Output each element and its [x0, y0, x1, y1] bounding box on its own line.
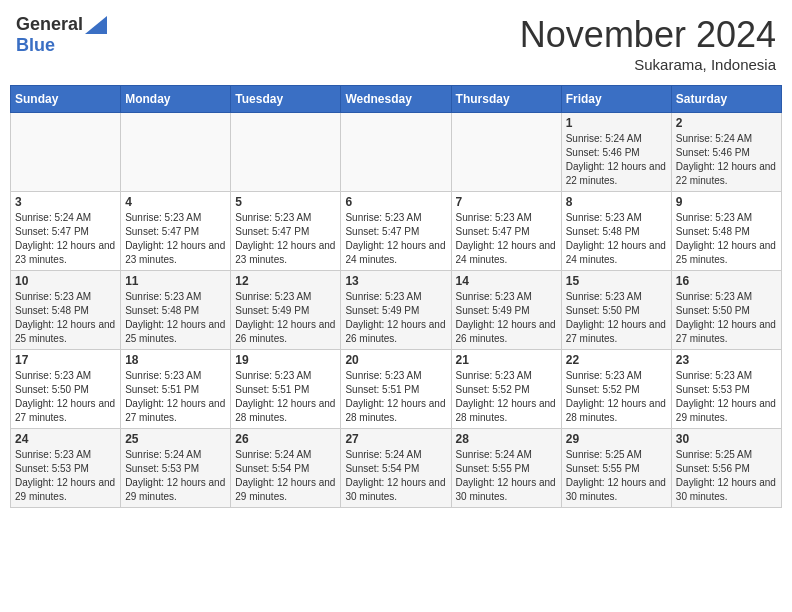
calendar-cell — [11, 113, 121, 192]
day-info: Sunrise: 5:23 AM Sunset: 5:49 PM Dayligh… — [345, 290, 446, 346]
calendar-cell — [341, 113, 451, 192]
calendar-cell: 29Sunrise: 5:25 AM Sunset: 5:55 PM Dayli… — [561, 429, 671, 508]
calendar-cell: 30Sunrise: 5:25 AM Sunset: 5:56 PM Dayli… — [671, 429, 781, 508]
location-subtitle: Sukarama, Indonesia — [520, 56, 776, 73]
day-info: Sunrise: 5:23 AM Sunset: 5:48 PM Dayligh… — [676, 211, 777, 267]
calendar-cell: 14Sunrise: 5:23 AM Sunset: 5:49 PM Dayli… — [451, 271, 561, 350]
calendar-cell: 17Sunrise: 5:23 AM Sunset: 5:50 PM Dayli… — [11, 350, 121, 429]
day-header-thursday: Thursday — [451, 86, 561, 113]
day-info: Sunrise: 5:23 AM Sunset: 5:47 PM Dayligh… — [125, 211, 226, 267]
day-number: 14 — [456, 274, 557, 288]
day-number: 23 — [676, 353, 777, 367]
calendar-cell: 16Sunrise: 5:23 AM Sunset: 5:50 PM Dayli… — [671, 271, 781, 350]
calendar-cell: 22Sunrise: 5:23 AM Sunset: 5:52 PM Dayli… — [561, 350, 671, 429]
day-info: Sunrise: 5:24 AM Sunset: 5:53 PM Dayligh… — [125, 448, 226, 504]
calendar-week-row: 17Sunrise: 5:23 AM Sunset: 5:50 PM Dayli… — [11, 350, 782, 429]
day-number: 17 — [15, 353, 116, 367]
day-info: Sunrise: 5:23 AM Sunset: 5:47 PM Dayligh… — [345, 211, 446, 267]
calendar-cell: 10Sunrise: 5:23 AM Sunset: 5:48 PM Dayli… — [11, 271, 121, 350]
calendar-cell: 2Sunrise: 5:24 AM Sunset: 5:46 PM Daylig… — [671, 113, 781, 192]
day-info: Sunrise: 5:23 AM Sunset: 5:49 PM Dayligh… — [235, 290, 336, 346]
day-number: 10 — [15, 274, 116, 288]
day-info: Sunrise: 5:23 AM Sunset: 5:53 PM Dayligh… — [676, 369, 777, 425]
day-info: Sunrise: 5:23 AM Sunset: 5:51 PM Dayligh… — [235, 369, 336, 425]
calendar-cell: 28Sunrise: 5:24 AM Sunset: 5:55 PM Dayli… — [451, 429, 561, 508]
day-number: 1 — [566, 116, 667, 130]
day-header-friday: Friday — [561, 86, 671, 113]
calendar-cell — [121, 113, 231, 192]
day-header-tuesday: Tuesday — [231, 86, 341, 113]
day-info: Sunrise: 5:23 AM Sunset: 5:50 PM Dayligh… — [566, 290, 667, 346]
day-info: Sunrise: 5:24 AM Sunset: 5:47 PM Dayligh… — [15, 211, 116, 267]
day-number: 26 — [235, 432, 336, 446]
day-info: Sunrise: 5:23 AM Sunset: 5:50 PM Dayligh… — [15, 369, 116, 425]
day-number: 20 — [345, 353, 446, 367]
calendar-cell: 4Sunrise: 5:23 AM Sunset: 5:47 PM Daylig… — [121, 192, 231, 271]
day-info: Sunrise: 5:23 AM Sunset: 5:48 PM Dayligh… — [566, 211, 667, 267]
day-header-saturday: Saturday — [671, 86, 781, 113]
calendar-cell — [231, 113, 341, 192]
calendar-week-row: 3Sunrise: 5:24 AM Sunset: 5:47 PM Daylig… — [11, 192, 782, 271]
calendar-cell: 5Sunrise: 5:23 AM Sunset: 5:47 PM Daylig… — [231, 192, 341, 271]
day-number: 3 — [15, 195, 116, 209]
logo: General Blue — [16, 14, 107, 56]
calendar-cell: 24Sunrise: 5:23 AM Sunset: 5:53 PM Dayli… — [11, 429, 121, 508]
calendar-cell — [451, 113, 561, 192]
day-number: 22 — [566, 353, 667, 367]
day-info: Sunrise: 5:23 AM Sunset: 5:52 PM Dayligh… — [456, 369, 557, 425]
calendar-week-row: 1Sunrise: 5:24 AM Sunset: 5:46 PM Daylig… — [11, 113, 782, 192]
page-header: General Blue November 2024 Sukarama, Ind… — [10, 10, 782, 77]
day-info: Sunrise: 5:24 AM Sunset: 5:55 PM Dayligh… — [456, 448, 557, 504]
day-header-wednesday: Wednesday — [341, 86, 451, 113]
title-area: November 2024 Sukarama, Indonesia — [520, 14, 776, 73]
calendar-week-row: 10Sunrise: 5:23 AM Sunset: 5:48 PM Dayli… — [11, 271, 782, 350]
calendar-cell: 20Sunrise: 5:23 AM Sunset: 5:51 PM Dayli… — [341, 350, 451, 429]
day-info: Sunrise: 5:23 AM Sunset: 5:52 PM Dayligh… — [566, 369, 667, 425]
logo-blue: Blue — [16, 35, 55, 56]
calendar-cell: 8Sunrise: 5:23 AM Sunset: 5:48 PM Daylig… — [561, 192, 671, 271]
calendar-cell: 27Sunrise: 5:24 AM Sunset: 5:54 PM Dayli… — [341, 429, 451, 508]
day-info: Sunrise: 5:23 AM Sunset: 5:50 PM Dayligh… — [676, 290, 777, 346]
day-header-sunday: Sunday — [11, 86, 121, 113]
calendar-header-row: SundayMondayTuesdayWednesdayThursdayFrid… — [11, 86, 782, 113]
logo-icon — [85, 16, 107, 34]
svg-marker-0 — [85, 16, 107, 34]
day-number: 5 — [235, 195, 336, 209]
day-info: Sunrise: 5:24 AM Sunset: 5:46 PM Dayligh… — [566, 132, 667, 188]
day-info: Sunrise: 5:23 AM Sunset: 5:51 PM Dayligh… — [125, 369, 226, 425]
day-number: 30 — [676, 432, 777, 446]
day-number: 18 — [125, 353, 226, 367]
day-info: Sunrise: 5:23 AM Sunset: 5:48 PM Dayligh… — [15, 290, 116, 346]
day-info: Sunrise: 5:23 AM Sunset: 5:53 PM Dayligh… — [15, 448, 116, 504]
calendar-cell: 15Sunrise: 5:23 AM Sunset: 5:50 PM Dayli… — [561, 271, 671, 350]
day-number: 24 — [15, 432, 116, 446]
calendar-cell: 26Sunrise: 5:24 AM Sunset: 5:54 PM Dayli… — [231, 429, 341, 508]
calendar-cell: 3Sunrise: 5:24 AM Sunset: 5:47 PM Daylig… — [11, 192, 121, 271]
day-number: 27 — [345, 432, 446, 446]
day-number: 19 — [235, 353, 336, 367]
day-number: 29 — [566, 432, 667, 446]
day-info: Sunrise: 5:25 AM Sunset: 5:56 PM Dayligh… — [676, 448, 777, 504]
calendar-cell: 11Sunrise: 5:23 AM Sunset: 5:48 PM Dayli… — [121, 271, 231, 350]
day-number: 28 — [456, 432, 557, 446]
day-header-monday: Monday — [121, 86, 231, 113]
day-info: Sunrise: 5:25 AM Sunset: 5:55 PM Dayligh… — [566, 448, 667, 504]
day-number: 11 — [125, 274, 226, 288]
day-number: 4 — [125, 195, 226, 209]
day-number: 13 — [345, 274, 446, 288]
day-info: Sunrise: 5:24 AM Sunset: 5:54 PM Dayligh… — [345, 448, 446, 504]
calendar-week-row: 24Sunrise: 5:23 AM Sunset: 5:53 PM Dayli… — [11, 429, 782, 508]
day-info: Sunrise: 5:23 AM Sunset: 5:49 PM Dayligh… — [456, 290, 557, 346]
day-number: 6 — [345, 195, 446, 209]
day-number: 7 — [456, 195, 557, 209]
day-info: Sunrise: 5:24 AM Sunset: 5:46 PM Dayligh… — [676, 132, 777, 188]
day-number: 15 — [566, 274, 667, 288]
calendar-cell: 9Sunrise: 5:23 AM Sunset: 5:48 PM Daylig… — [671, 192, 781, 271]
calendar-cell: 19Sunrise: 5:23 AM Sunset: 5:51 PM Dayli… — [231, 350, 341, 429]
calendar-table: SundayMondayTuesdayWednesdayThursdayFrid… — [10, 85, 782, 508]
calendar-cell: 18Sunrise: 5:23 AM Sunset: 5:51 PM Dayli… — [121, 350, 231, 429]
day-info: Sunrise: 5:23 AM Sunset: 5:47 PM Dayligh… — [235, 211, 336, 267]
day-number: 2 — [676, 116, 777, 130]
calendar-cell: 21Sunrise: 5:23 AM Sunset: 5:52 PM Dayli… — [451, 350, 561, 429]
day-number: 12 — [235, 274, 336, 288]
